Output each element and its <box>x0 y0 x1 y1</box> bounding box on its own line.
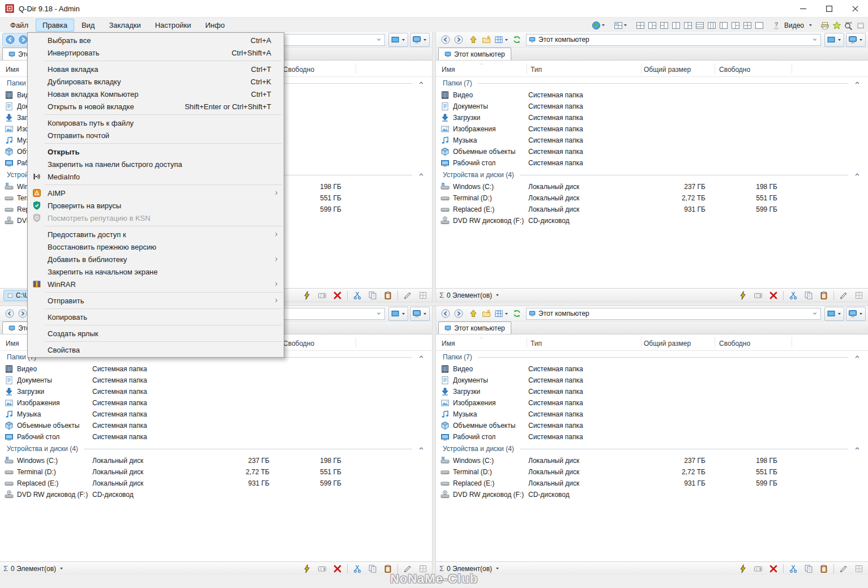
layout-variant-button-11[interactable] <box>754 20 764 31</box>
print-button[interactable] <box>820 20 830 31</box>
table-row[interactable]: Windows (C:)Локальный диск237 ГБ198 ГБ <box>0 455 432 466</box>
menu-item-23[interactable]: Закрепить на начальном экране <box>28 265 284 278</box>
back-button[interactable] <box>5 34 16 45</box>
rename-button[interactable] <box>317 290 328 301</box>
computer-panel-button[interactable] <box>410 33 430 47</box>
table-row[interactable]: Replaced (E:)Локальный диск931 ГБ599 ГБ <box>436 204 868 215</box>
menubar-item-1[interactable]: Файл <box>3 19 35 32</box>
back-button[interactable] <box>4 308 15 319</box>
table-row[interactable]: ДокументыСистемная папка <box>436 375 868 386</box>
table-row[interactable]: Рабочий столСистемная папка <box>436 157 868 169</box>
menubar-item-4[interactable]: Закладки <box>102 19 147 32</box>
menu-item-4[interactable]: Новая вкладкаCtrl+T <box>28 63 284 75</box>
menu-item-6[interactable]: Новая вкладка КомпьютерCtrl+T <box>28 88 284 100</box>
flash-button[interactable] <box>737 290 749 301</box>
table-row[interactable]: Terminal (D:)Локальный диск2,72 ТБ551 ГБ <box>436 192 868 204</box>
copy-button[interactable] <box>803 563 814 574</box>
new-folder-button[interactable] <box>481 308 492 319</box>
column-header-1[interactable]: Имя <box>442 340 455 347</box>
table-row[interactable]: ЗагрузкиСистемная папка <box>436 112 868 123</box>
table-row[interactable]: Рабочий столСистемная папка <box>436 431 868 443</box>
caret-down-icon[interactable] <box>808 23 813 28</box>
table-row[interactable]: ИзображенияСистемная папка <box>0 397 432 409</box>
caret-down-icon[interactable] <box>495 566 500 571</box>
layout-variant-button-5[interactable] <box>683 20 693 31</box>
forward-button[interactable] <box>453 308 464 319</box>
status-item-count[interactable]: 0 Элемент(ов) <box>11 565 56 573</box>
delete-button[interactable] <box>332 563 343 574</box>
table-row[interactable]: Рабочий столСистемная папка <box>0 431 432 443</box>
table-row[interactable]: Terminal (D:)Локальный диск2,72 ТБ551 ГБ <box>0 466 432 478</box>
edit-button[interactable] <box>838 563 849 574</box>
table-row[interactable]: Объемные объектыСистемная папка <box>0 420 432 431</box>
layout-variant-button-1[interactable] <box>635 20 645 31</box>
edit-button[interactable] <box>402 290 413 301</box>
computer-panel-button[interactable] <box>410 307 430 321</box>
computer-panel-button[interactable] <box>846 307 866 321</box>
table-row[interactable]: ВидеоСистемная папка <box>0 363 432 375</box>
menu-item-7[interactable]: Открыть в новой вкладкеShift+Enter or Ct… <box>28 100 284 113</box>
vertical-splitter[interactable] <box>432 32 436 302</box>
close-button[interactable] <box>842 0 868 17</box>
address-bar[interactable]: Этот компьютер <box>526 308 821 320</box>
column-header-2[interactable]: Тип <box>531 66 542 74</box>
layout-variant-button-9[interactable] <box>730 20 741 31</box>
browser-globe-button[interactable] <box>591 20 606 31</box>
table-row[interactable]: Replaced (E:)Локальный диск931 ГБ599 ГБ <box>0 478 432 489</box>
select-grid-button[interactable] <box>853 290 865 301</box>
menu-item-14[interactable]: MediaInfo <box>28 170 284 183</box>
favorites-panel-button[interactable] <box>388 307 408 321</box>
delete-button[interactable] <box>768 290 779 301</box>
menu-item-30[interactable]: Создать ярлык <box>28 327 284 340</box>
table-row[interactable]: Объемные объектыСистемная папка <box>436 420 868 431</box>
caret-down-icon[interactable] <box>495 293 500 298</box>
new-folder-button[interactable] <box>481 34 492 45</box>
column-header-4[interactable]: Свободно <box>719 340 750 347</box>
menu-item-5[interactable]: Дублировать вкладкуCtrl+K <box>28 75 284 88</box>
menubar-item-3[interactable]: Вид <box>75 19 102 32</box>
column-header-3[interactable]: Общий размер <box>644 66 691 74</box>
table-row[interactable]: DVD RW дисковод (F:)CD-дисковод <box>436 489 868 500</box>
menu-item-28[interactable]: Копировать <box>28 311 284 323</box>
group-header[interactable]: Устройства и диски (4) <box>436 443 868 455</box>
to-tray-button[interactable] <box>856 20 866 31</box>
layout-variant-button-6[interactable] <box>695 20 705 31</box>
layout-variant-button-2[interactable] <box>647 20 657 31</box>
paste-button[interactable] <box>818 290 829 301</box>
magnifier-button[interactable]: zoom <box>844 20 854 31</box>
refresh-button[interactable] <box>511 308 523 319</box>
layout-variant-button-7[interactable] <box>707 20 717 31</box>
menu-item-17[interactable]: Проверить на вирусы <box>28 199 284 212</box>
paste-button[interactable] <box>382 290 394 301</box>
copy-button[interactable] <box>803 290 814 301</box>
select-grid-button[interactable] <box>853 563 865 574</box>
table-row[interactable]: МузыкаСистемная папка <box>0 409 432 420</box>
menu-item-21[interactable]: Восстановить прежнюю версию <box>28 241 284 253</box>
table-row[interactable]: ИзображенияСистемная папка <box>436 123 868 135</box>
column-header-4[interactable]: Свободно <box>283 66 314 74</box>
column-header-3[interactable]: Общий размер <box>644 340 691 347</box>
copy-button[interactable] <box>367 563 378 574</box>
delete-button[interactable] <box>332 290 343 301</box>
menu-item-9[interactable]: Копировать путь к файлу <box>28 117 284 129</box>
flash-button[interactable] <box>301 290 313 301</box>
up-button[interactable] <box>468 308 479 319</box>
column-header-1[interactable]: Имя <box>6 66 19 74</box>
table-row[interactable]: Windows (C:)Локальный диск237 ГБ198 ГБ <box>436 181 868 192</box>
back-button[interactable] <box>440 34 451 45</box>
delete-button[interactable] <box>768 563 779 574</box>
rename-button[interactable] <box>317 563 328 574</box>
menu-item-10[interactable]: Отправить почтой <box>28 129 284 141</box>
menu-item-2[interactable]: ИнвертироватьCtrl+Shift+A <box>28 46 284 59</box>
menu-item-22[interactable]: Добавить в библиотеку <box>28 253 284 265</box>
back-button[interactable] <box>440 308 451 319</box>
caret-down-icon[interactable] <box>59 566 64 571</box>
menu-item-24[interactable]: WinRAR <box>28 278 284 290</box>
table-row[interactable]: МузыкаСистемная папка <box>436 409 868 420</box>
copy-button[interactable] <box>367 290 378 301</box>
computer-panel-button[interactable] <box>846 33 866 47</box>
menubar-item-2[interactable]: Правка <box>36 19 74 32</box>
group-header[interactable]: Устройства и диски (4) <box>436 169 868 181</box>
group-header[interactable]: Папки (7) <box>436 351 868 363</box>
refresh-button[interactable] <box>511 34 523 45</box>
